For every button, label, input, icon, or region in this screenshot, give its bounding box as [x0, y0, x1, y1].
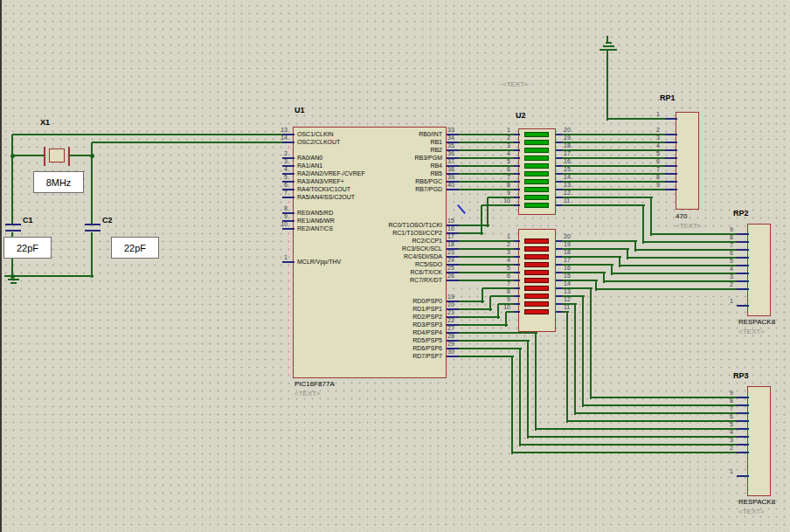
- wire[interactable]: [519, 349, 521, 446]
- pin-stub[interactable]: [514, 240, 520, 242]
- wire[interactable]: [520, 444, 738, 446]
- pin-stub[interactable]: [556, 173, 562, 175]
- pin-stub[interactable]: [282, 142, 295, 143]
- pin-stub[interactable]: [737, 257, 749, 259]
- wire[interactable]: [481, 205, 482, 235]
- pin-stub[interactable]: [514, 134, 520, 135]
- pin-stub[interactable]: [737, 475, 749, 477]
- pin-stub[interactable]: [514, 142, 520, 143]
- pin-stub[interactable]: [514, 272, 520, 273]
- pin-stub[interactable]: [447, 356, 459, 357]
- rp3-body[interactable]: [747, 386, 771, 496]
- pin-stub[interactable]: [556, 248, 562, 250]
- wire[interactable]: [642, 205, 644, 244]
- c1-value-box[interactable]: 22pF: [3, 237, 52, 259]
- c2-value-box[interactable]: 22pF: [111, 237, 159, 259]
- pin-stub[interactable]: [665, 142, 677, 143]
- rp1-body[interactable]: [676, 112, 699, 210]
- pin-stub[interactable]: [282, 261, 295, 263]
- pin-stub[interactable]: [556, 272, 562, 273]
- pin-stub[interactable]: [556, 189, 562, 190]
- pin-stub[interactable]: [737, 280, 749, 282]
- pin-stub[interactable]: [737, 288, 749, 290]
- wire[interactable]: [582, 296, 584, 407]
- wire[interactable]: [12, 155, 45, 156]
- pin-stub[interactable]: [737, 233, 749, 235]
- pin-stub[interactable]: [514, 173, 520, 175]
- wire[interactable]: [12, 275, 94, 277]
- wire[interactable]: [590, 288, 592, 399]
- wire[interactable]: [566, 312, 568, 423]
- pin-stub[interactable]: [514, 248, 520, 250]
- pin-stub[interactable]: [737, 273, 749, 274]
- wire[interactable]: [528, 436, 738, 438]
- pin-stub[interactable]: [447, 280, 459, 281]
- pin-stub[interactable]: [665, 157, 677, 159]
- pin-stub[interactable]: [737, 428, 749, 430]
- pin-stub[interactable]: [737, 420, 749, 422]
- pin-stub[interactable]: [514, 181, 520, 183]
- ground-icon[interactable]: [8, 279, 19, 280]
- pin-stub[interactable]: [665, 118, 677, 120]
- pin-stub[interactable]: [514, 295, 520, 297]
- ground-icon[interactable]: [606, 36, 608, 44]
- x1-value-box[interactable]: 8MHz: [33, 171, 84, 193]
- pin-stub[interactable]: [737, 412, 749, 414]
- pin-stub[interactable]: [556, 295, 562, 297]
- wire[interactable]: [482, 204, 516, 206]
- wire[interactable]: [560, 204, 645, 206]
- pin-stub[interactable]: [556, 165, 562, 167]
- wire[interactable]: [92, 142, 284, 143]
- ground-icon[interactable]: [599, 49, 617, 51]
- pin-stub[interactable]: [556, 264, 562, 266]
- x1-body[interactable]: [49, 149, 65, 162]
- wire[interactable]: [650, 197, 652, 236]
- pin-stub[interactable]: [737, 444, 749, 446]
- wire[interactable]: [505, 312, 507, 327]
- wire[interactable]: [511, 356, 513, 454]
- pin-stub[interactable]: [556, 181, 562, 183]
- pin-stub[interactable]: [665, 181, 677, 183]
- pin-stub[interactable]: [665, 149, 677, 151]
- wire[interactable]: [527, 341, 529, 439]
- wire[interactable]: [606, 50, 608, 121]
- pin-stub[interactable]: [556, 142, 562, 143]
- pin-stub[interactable]: [514, 165, 520, 167]
- pin-stub[interactable]: [556, 149, 562, 151]
- wire[interactable]: [12, 134, 284, 135]
- wire[interactable]: [596, 288, 738, 290]
- pin-stub[interactable]: [514, 204, 520, 206]
- pin-stub[interactable]: [514, 189, 520, 190]
- pin-stub[interactable]: [514, 287, 520, 289]
- pin-stub[interactable]: [556, 311, 562, 313]
- pin-stub[interactable]: [514, 197, 520, 198]
- pin-stub[interactable]: [556, 287, 562, 289]
- pin-stub[interactable]: [665, 189, 677, 190]
- wire[interactable]: [457, 356, 514, 357]
- pin-stub[interactable]: [447, 189, 459, 190]
- pin-stub[interactable]: [665, 173, 677, 175]
- pin-stub[interactable]: [556, 204, 562, 206]
- pin-stub[interactable]: [556, 157, 562, 159]
- ground-icon[interactable]: [603, 45, 614, 47]
- pin-stub[interactable]: [556, 256, 562, 258]
- pin-stub[interactable]: [737, 249, 749, 251]
- wire[interactable]: [487, 197, 489, 227]
- wire[interactable]: [574, 304, 576, 415]
- ground-icon[interactable]: [10, 282, 17, 284]
- wire[interactable]: [11, 135, 13, 225]
- pin-stub[interactable]: [514, 303, 520, 305]
- pin-stub[interactable]: [514, 280, 520, 281]
- pin-stub[interactable]: [514, 264, 520, 266]
- wire[interactable]: [482, 288, 483, 303]
- pin-stub[interactable]: [737, 397, 749, 398]
- pin-stub[interactable]: [556, 197, 562, 198]
- pin-stub[interactable]: [282, 228, 295, 230]
- pin-stub[interactable]: [282, 197, 295, 198]
- pin-stub[interactable]: [737, 305, 749, 307]
- pin-stub[interactable]: [514, 256, 520, 258]
- pin-stub[interactable]: [514, 311, 520, 313]
- rp2-body[interactable]: [747, 224, 771, 316]
- pin-stub[interactable]: [737, 436, 749, 438]
- pin-stub[interactable]: [556, 303, 562, 305]
